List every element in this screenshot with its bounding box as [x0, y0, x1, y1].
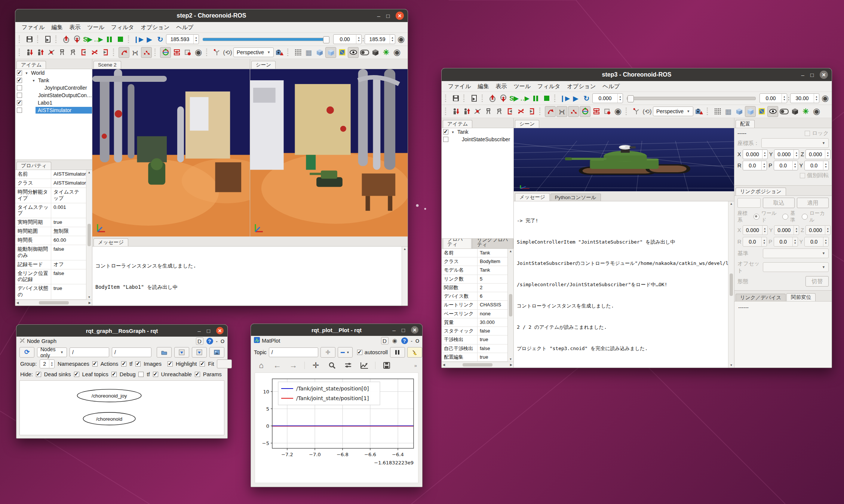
expander-icon[interactable]: ▾: [31, 78, 36, 83]
item-checkbox[interactable]: [17, 78, 22, 83]
tab-python-console[interactable]: Pythonコンソール: [550, 194, 601, 201]
actions-checkbox[interactable]: [92, 361, 98, 367]
scene-view-2[interactable]: [250, 69, 408, 236]
property-row[interactable]: ルートリンクCHASSIS: [442, 301, 507, 309]
graph-type-combo[interactable]: Nodes only ▼: [37, 347, 67, 357]
spinbox-arrows[interactable]: ▲▼: [794, 150, 799, 159]
scroll-down-arrow[interactable]: ▼: [88, 296, 91, 299]
ros-download-button[interactable]: [498, 93, 508, 103]
x-spinbox[interactable]: 0.000▲▼: [743, 149, 768, 159]
item-checkbox[interactable]: [17, 108, 22, 113]
save-project-button[interactable]: [451, 93, 461, 103]
store-body-pose-button[interactable]: [451, 106, 461, 117]
spinbox-arrows[interactable]: ▲▼: [762, 150, 767, 159]
tree-item-world[interactable]: ▾World: [15, 69, 92, 77]
pause-plot-button[interactable]: [390, 347, 405, 358]
menu-tools[interactable]: ツール: [84, 23, 108, 32]
spinbox-arrows[interactable]: ▲▼: [825, 226, 830, 235]
menu-options[interactable]: オプション: [564, 82, 599, 91]
item-checkbox[interactable]: [443, 137, 448, 142]
minimize-button[interactable]: –: [801, 72, 804, 78]
radio-base[interactable]: [782, 214, 788, 220]
fit-checkbox[interactable]: [200, 361, 205, 367]
joint-brace-button[interactable]: }•{: [556, 106, 567, 117]
tab-message[interactable]: メッセージ: [515, 193, 550, 201]
restore-body-pose-button[interactable]: [461, 106, 472, 117]
spinbox-arrows[interactable]: ▲▼: [823, 161, 828, 170]
vertical-scrollbar[interactable]: ▲▼: [402, 247, 408, 306]
dock-minimize-button[interactable]: -: [216, 338, 218, 344]
message-log[interactable]: -> 完了! SimpleControllerItem "JointStateS…: [514, 201, 728, 368]
toolbar-grip[interactable]: [37, 35, 40, 43]
stop-simulation-button[interactable]: [115, 34, 125, 44]
toolbar-grip[interactable]: [19, 35, 22, 43]
reload-project-button[interactable]: [43, 34, 53, 44]
minimize-button[interactable]: –: [377, 13, 380, 19]
property-row[interactable]: 能動制御期間のみfalse: [15, 245, 86, 260]
property-row[interactable]: 時間範囲無制限: [15, 227, 86, 236]
swap-body-state-button[interactable]: [89, 47, 99, 58]
highlight-view-button[interactable]: [756, 106, 767, 117]
wireframe-rendering-button[interactable]: ▦: [304, 47, 314, 58]
roll-spinbox[interactable]: 0.0▲▼: [743, 161, 767, 170]
dock-close-button[interactable]: O: [415, 338, 419, 344]
zoom-button[interactable]: [327, 361, 337, 371]
min-time-spinbox[interactable]: 0.00 ▲▼: [759, 93, 787, 103]
spinbox-arrows[interactable]: ▲▼: [792, 237, 798, 246]
property-row[interactable]: クラスAISTSimulator: [15, 179, 86, 188]
step-playback-button[interactable]: ❙▶: [560, 93, 570, 103]
toolbar-grip[interactable]: [128, 35, 131, 43]
gear-icon[interactable]: ◉: [392, 337, 398, 344]
add-topic-button[interactable]: ✚: [320, 347, 335, 358]
item-checkbox[interactable]: [17, 85, 22, 90]
property-row[interactable]: 質量30.000: [442, 318, 507, 327]
scroll-thumb[interactable]: [88, 224, 91, 246]
spinbox-arrows[interactable]: ▲▼: [761, 161, 767, 170]
spinbox-arrows[interactable]: ▲▼: [49, 360, 54, 368]
dead-sinks-checkbox[interactable]: [36, 372, 41, 377]
item-checkbox[interactable]: [443, 129, 448, 134]
leaf-topics-checkbox[interactable]: [74, 372, 79, 377]
property-row[interactable]: デバイス数6: [442, 292, 507, 301]
load-body-state-button[interactable]: [505, 106, 515, 117]
property-row[interactable]: クラスBodyItem: [442, 257, 507, 266]
dark-cube-button[interactable]: [370, 47, 380, 58]
toolbar-grip[interactable]: [626, 108, 629, 115]
scene-config-button[interactable]: ◉: [392, 47, 402, 58]
rqt-graph-titlebar[interactable]: rqt_graph__RosGraph - rqt – □ ✕: [16, 325, 227, 337]
tab-message[interactable]: メッセージ: [93, 238, 128, 247]
maximize-button[interactable]: □: [207, 328, 210, 334]
scroll-thumb[interactable]: [509, 294, 512, 316]
ros-upload-button[interactable]: [487, 93, 497, 103]
y-spinbox[interactable]: 0.000▲▼: [774, 225, 799, 235]
scroll-thumb[interactable]: [39, 301, 69, 304]
collision-pairs-button[interactable]: [172, 47, 182, 58]
tab-items[interactable]: アイテム: [16, 61, 46, 69]
time-bar-config-button[interactable]: ◉: [396, 34, 406, 44]
toolbar-overflow[interactable]: »: [414, 363, 417, 368]
menu-edit[interactable]: 編集: [48, 23, 66, 32]
property-row[interactable]: 干渉検出true: [442, 336, 507, 344]
toolbar-grip[interactable]: [287, 49, 290, 56]
tab-link-position[interactable]: リンクポジション: [736, 188, 786, 196]
time-bar-config-button[interactable]: ◉: [820, 93, 830, 103]
tree-item-tank[interactable]: ▾Tank: [442, 128, 513, 136]
yaw-spinbox[interactable]: 0.0▲▼: [804, 237, 829, 247]
debug-checkbox[interactable]: [111, 372, 117, 377]
x-spinbox[interactable]: 0.000▲▼: [743, 225, 768, 235]
spinbox-arrows[interactable]: ▲▼: [762, 226, 767, 235]
link-name-field[interactable]: [737, 198, 761, 208]
dock-settings-button[interactable]: D: [196, 337, 203, 345]
scene-view[interactable]: [514, 128, 734, 191]
menu-view[interactable]: 表示: [66, 23, 84, 32]
swap-body-state-button[interactable]: [516, 106, 526, 117]
radio-local[interactable]: [802, 214, 808, 220]
menu-view[interactable]: 表示: [492, 82, 510, 91]
store-body-pose-button[interactable]: [24, 47, 34, 58]
message-log[interactable]: コントローラインスタンスを生成しました. BodyItem "Labo1" を読…: [92, 247, 402, 306]
scene-view-1[interactable]: [92, 69, 250, 236]
z-spinbox[interactable]: 0.000▲▼: [805, 149, 831, 159]
scroll-left-arrow[interactable]: ◀: [16, 301, 19, 304]
scroll-thumb[interactable]: [463, 363, 492, 367]
clear-plot-button[interactable]: [407, 347, 422, 358]
